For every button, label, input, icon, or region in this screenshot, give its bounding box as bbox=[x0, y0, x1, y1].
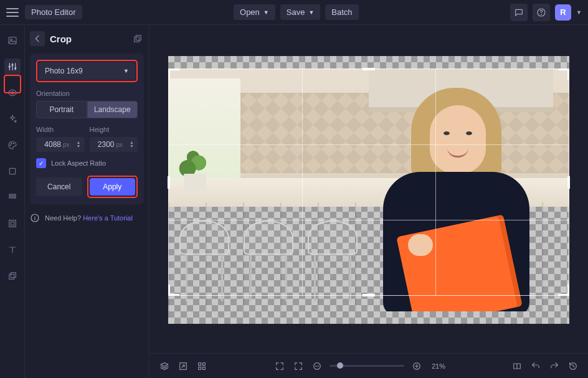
svg-point-15 bbox=[9, 197, 11, 199]
canvas-area bbox=[149, 25, 588, 353]
help-icon[interactable] bbox=[533, 4, 550, 21]
lock-aspect-checkbox[interactable]: ✓ Lock Aspect Ratio bbox=[36, 158, 138, 168]
back-button[interactable] bbox=[30, 31, 45, 46]
tutorial-link[interactable]: Here's a Tutorial bbox=[83, 214, 133, 222]
chevron-down-icon: ▼ bbox=[263, 9, 269, 16]
bottom-bar: 21% bbox=[149, 353, 588, 378]
svg-rect-27 bbox=[202, 362, 205, 365]
crop-handle-bl[interactable] bbox=[168, 285, 179, 296]
width-input[interactable]: px ▲▼ bbox=[36, 137, 85, 152]
svg-point-9 bbox=[11, 143, 12, 144]
svg-rect-2 bbox=[9, 37, 16, 44]
svg-point-6 bbox=[14, 68, 16, 69]
avatar[interactable]: R bbox=[555, 4, 571, 21]
height-input[interactable]: px ▲▼ bbox=[90, 137, 138, 152]
svg-point-5 bbox=[12, 64, 13, 65]
grid-view-icon[interactable] bbox=[196, 360, 208, 372]
svg-point-12 bbox=[9, 194, 11, 196]
chevron-down-icon: ▼ bbox=[308, 9, 314, 16]
info-icon bbox=[30, 213, 40, 223]
check-icon: ✓ bbox=[36, 158, 46, 168]
menu-icon[interactable] bbox=[6, 6, 19, 19]
svg-rect-26 bbox=[199, 362, 201, 365]
chevron-down-icon[interactable]: ▼ bbox=[576, 9, 582, 16]
crop-handle-tr[interactable] bbox=[558, 69, 569, 80]
fullscreen-icon[interactable] bbox=[273, 360, 286, 372]
svg-rect-29 bbox=[202, 367, 205, 369]
orientation-label: Orientation bbox=[36, 90, 138, 97]
svg-point-13 bbox=[11, 194, 13, 196]
adjust-tool-icon[interactable] bbox=[4, 59, 21, 75]
portrait-button[interactable]: Portrait bbox=[36, 101, 87, 118]
palette-tool-icon[interactable] bbox=[4, 137, 21, 153]
panel-title: Crop bbox=[50, 34, 72, 44]
highlight-marker: Apply bbox=[87, 176, 138, 198]
grid-tool-icon[interactable] bbox=[4, 189, 21, 206]
tool-rail bbox=[0, 25, 25, 378]
sparkle-tool-icon[interactable] bbox=[4, 111, 21, 127]
height-label: Height bbox=[90, 126, 138, 133]
svg-point-4 bbox=[9, 66, 10, 67]
svg-rect-19 bbox=[11, 222, 14, 225]
stepper-down-icon[interactable]: ▼ bbox=[77, 144, 81, 148]
zoom-slider[interactable] bbox=[330, 365, 404, 367]
crop-overlay[interactable] bbox=[168, 69, 569, 296]
save-button[interactable]: Save▼ bbox=[280, 4, 321, 20]
crop-handle-left[interactable] bbox=[168, 176, 170, 189]
image-tool-icon[interactable] bbox=[4, 32, 21, 49]
zoom-out-icon[interactable] bbox=[311, 360, 323, 372]
aspect-ratio-select[interactable]: Photo 16x9 ▼ bbox=[39, 62, 135, 80]
eye-tool-icon[interactable] bbox=[4, 85, 21, 101]
history-icon[interactable] bbox=[567, 360, 579, 372]
crop-handle-br[interactable] bbox=[558, 285, 569, 296]
svg-point-10 bbox=[13, 143, 14, 144]
compare-icon[interactable] bbox=[511, 360, 523, 372]
stepper-down-icon[interactable]: ▼ bbox=[130, 144, 134, 148]
chevron-down-icon: ▼ bbox=[123, 68, 129, 74]
fit-icon[interactable] bbox=[292, 360, 305, 372]
svg-point-7 bbox=[11, 92, 14, 94]
svg-point-1 bbox=[541, 14, 542, 15]
svg-rect-18 bbox=[9, 220, 16, 227]
svg-point-14 bbox=[14, 194, 16, 196]
svg-point-8 bbox=[10, 144, 11, 145]
undo-icon[interactable] bbox=[529, 360, 542, 372]
crop-handle-top[interactable] bbox=[363, 68, 375, 70]
crop-handle-right[interactable] bbox=[567, 176, 570, 189]
svg-rect-20 bbox=[11, 273, 16, 278]
top-bar: Photo Editor Open▼ Save▼ Batch R ▼ bbox=[0, 0, 588, 25]
export-icon[interactable] bbox=[177, 360, 189, 372]
cancel-button[interactable]: Cancel bbox=[36, 177, 82, 196]
svg-rect-22 bbox=[136, 35, 141, 40]
width-label: Width bbox=[36, 126, 85, 133]
highlight-marker: Photo 16x9 ▼ bbox=[36, 60, 138, 82]
svg-rect-23 bbox=[135, 37, 140, 42]
crop-panel: Crop Photo 16x9 ▼ Orientation Portrait L… bbox=[25, 25, 149, 378]
layers-tool-icon[interactable] bbox=[4, 268, 21, 284]
crop-handle-bottom[interactable] bbox=[363, 294, 375, 296]
chat-icon[interactable] bbox=[510, 4, 528, 21]
text-tool-icon[interactable] bbox=[4, 242, 21, 258]
svg-point-17 bbox=[14, 197, 16, 199]
redo-icon[interactable] bbox=[548, 360, 561, 372]
svg-rect-28 bbox=[199, 367, 201, 369]
batch-button[interactable]: Batch bbox=[325, 4, 358, 20]
svg-rect-21 bbox=[9, 274, 14, 279]
image-stage[interactable] bbox=[168, 56, 569, 324]
frame-tool-icon[interactable] bbox=[4, 215, 21, 232]
orientation-toggle: Portrait Landscape bbox=[36, 101, 138, 118]
zoom-value: 21% bbox=[432, 362, 445, 370]
square-tool-icon[interactable] bbox=[4, 163, 21, 179]
help-row: Need Help? Here's a Tutorial bbox=[30, 213, 144, 223]
open-button[interactable]: Open▼ bbox=[234, 4, 275, 20]
landscape-button[interactable]: Landscape bbox=[87, 101, 138, 118]
svg-rect-11 bbox=[9, 168, 15, 174]
apply-button[interactable]: Apply bbox=[90, 178, 136, 196]
app-title: Photo Editor bbox=[25, 5, 82, 19]
stack-icon[interactable] bbox=[158, 360, 171, 372]
zoom-in-icon[interactable] bbox=[410, 360, 423, 372]
copy-icon[interactable] bbox=[131, 32, 144, 45]
svg-point-16 bbox=[11, 197, 13, 199]
crop-handle-tl[interactable] bbox=[168, 69, 179, 80]
